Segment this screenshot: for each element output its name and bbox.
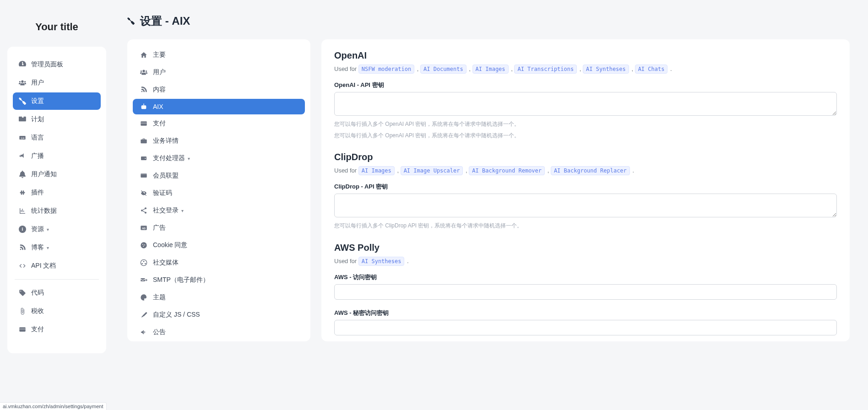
nav-label: 公告 <box>153 328 166 336</box>
settings-item-16[interactable]: 公告 <box>133 324 305 340</box>
card-icon <box>139 120 148 127</box>
settings-item-8[interactable]: 验证码 <box>133 185 305 201</box>
sidebar-item-0[interactable]: 管理员面板 <box>13 56 101 73</box>
sidebar-item-8[interactable]: 统计数据 <box>13 202 101 220</box>
settings-item-0[interactable]: 主要 <box>133 47 305 63</box>
wallet2-icon <box>139 172 148 179</box>
plugin-icon <box>18 189 27 196</box>
aws-access-key-input[interactable] <box>334 284 837 300</box>
clipdrop-help: 您可以每行插入多个 ClipDrop API 密钥，系统将在每个请求中随机选择一… <box>334 221 837 230</box>
page-header: 设置 - AIX <box>127 14 850 28</box>
settings-item-2[interactable]: 内容 <box>133 81 305 98</box>
code-icon <box>18 262 27 270</box>
clipdrop-api-label: ClipDrop - API 密钥 <box>334 183 837 191</box>
settings-item-11[interactable]: Cookie 同意 <box>133 237 305 254</box>
nav-label: 税收 <box>31 307 44 315</box>
section-clipdrop-title: ClipDrop <box>334 152 837 162</box>
briefcase-icon <box>139 137 148 145</box>
robot-icon <box>139 103 148 110</box>
sidebar-item-3[interactable]: 计划 <box>13 111 101 128</box>
horn-icon <box>139 329 148 336</box>
settings-item-10[interactable]: AD广告 <box>133 220 305 236</box>
settings-item-14[interactable]: 主题 <box>133 289 305 306</box>
clipdrop-api-key-input[interactable] <box>334 194 837 217</box>
feature-badge[interactable]: AI Image Upscaler <box>401 166 463 175</box>
feature-badge[interactable]: AI Syntheses <box>583 65 629 74</box>
sidebar-item-6[interactable]: 用户通知 <box>13 166 101 183</box>
tag-icon <box>18 289 27 297</box>
sidebar-item-2[interactable]: 设置 <box>13 92 101 110</box>
site-title: Your title <box>7 9 106 47</box>
sidebar-item-13[interactable]: 代码 <box>13 284 101 302</box>
settings-item-5[interactable]: 业务详情 <box>133 133 305 149</box>
settings-item-15[interactable]: 自定义 JS / CSS <box>133 307 305 323</box>
sidebar-item-9[interactable]: i资源▾ <box>13 221 101 238</box>
nav-label: 管理员面板 <box>31 60 63 69</box>
feature-badge[interactable]: AI Images <box>472 65 509 74</box>
svg-point-17 <box>145 207 146 209</box>
feature-badge[interactable]: AI Background Replacer <box>551 166 630 175</box>
sidebar-item-10[interactable]: 博客▾ <box>13 239 101 256</box>
settings-item-3[interactable]: AIX <box>133 99 305 114</box>
openai-api-key-input[interactable] <box>334 92 837 116</box>
openai-help-1: 您可以每行插入多个 OpenAI API 密钥，系统将在每个请求中随机选择一个。 <box>334 120 837 129</box>
nav-label: 用户 <box>153 68 166 76</box>
chart-icon <box>18 207 27 215</box>
page-title: 设置 - AIX <box>140 14 190 28</box>
nav-label: 计划 <box>31 115 44 124</box>
nav-label: 统计数据 <box>31 207 57 215</box>
feature-badge[interactable]: AI Transcriptions <box>514 65 577 74</box>
users-icon <box>18 79 27 86</box>
settings-item-6[interactable]: 支付处理器▾ <box>133 150 305 167</box>
caret-down-icon: ▾ <box>188 156 190 161</box>
svg-text:文A: 文A <box>21 137 25 140</box>
feature-badge[interactable]: AI Documents <box>420 65 467 74</box>
badge-icon <box>18 116 27 123</box>
card-icon <box>18 326 27 333</box>
aws-secret-key-input[interactable] <box>334 320 837 335</box>
feature-badge[interactable]: AI Syntheses <box>358 257 405 266</box>
ad-icon: AD <box>139 224 148 232</box>
sidebar-item-5[interactable]: 广播 <box>13 147 101 165</box>
cookie-icon <box>139 242 148 249</box>
nav-label: 主题 <box>153 293 166 302</box>
section-aws-title: AWS Polly <box>334 243 837 253</box>
settings-item-12[interactable]: 社交媒体 <box>133 254 305 271</box>
clip-icon <box>18 308 27 315</box>
nav-divider <box>15 279 99 280</box>
nav-label: 支付 <box>31 325 44 334</box>
users-icon <box>139 69 148 76</box>
settings-item-13[interactable]: SMTP（电子邮件） <box>133 272 305 288</box>
settings-item-4[interactable]: 支付 <box>133 115 305 132</box>
feature-badge[interactable]: AI Images <box>358 166 395 175</box>
feature-badge[interactable]: AI Background Remover <box>469 166 545 175</box>
nav-label: 广告 <box>153 224 166 232</box>
sidebar-item-15[interactable]: 支付 <box>13 321 101 338</box>
brush-icon <box>139 311 148 318</box>
svg-point-19 <box>145 212 146 214</box>
sidebar-item-1[interactable]: 用户 <box>13 74 101 92</box>
feature-badge[interactable]: NSFW moderation <box>358 65 414 74</box>
settings-item-1[interactable]: 用户 <box>133 64 305 81</box>
nav-label: 业务详情 <box>153 137 179 145</box>
wallet-icon <box>139 155 148 162</box>
nav-label: 博客 <box>31 243 44 252</box>
nav-label: 设置 <box>31 97 44 105</box>
nav-label: 社交登录 <box>153 206 179 215</box>
sidebar-item-4[interactable]: 文A语言 <box>13 129 101 146</box>
nav-label: API 文档 <box>31 262 56 270</box>
section-openai-title: OpenAI <box>334 50 837 61</box>
sidebar-item-7[interactable]: 插件 <box>13 184 101 201</box>
sidebar-item-11[interactable]: API 文档 <box>13 257 101 275</box>
settings-item-9[interactable]: 社交登录▾ <box>133 202 305 219</box>
broadcast-icon <box>18 152 27 160</box>
wrench-icon <box>127 15 135 27</box>
settings-body[interactable]: OpenAI Used for NSFW moderation , AI Doc… <box>321 39 850 341</box>
settings-item-7[interactable]: 会员联盟 <box>133 167 305 184</box>
aws-access-label: AWS - 访问密钥 <box>334 273 837 281</box>
feature-badge[interactable]: AI Chats <box>635 65 668 74</box>
nav-label: 社交媒体 <box>153 259 179 267</box>
sidebar-panel: 管理员面板用户设置计划文A语言广播用户通知插件统计数据i资源▾博客▾API 文档… <box>7 47 106 353</box>
svg-point-24 <box>144 244 145 245</box>
sidebar-item-14[interactable]: 税收 <box>13 302 101 320</box>
